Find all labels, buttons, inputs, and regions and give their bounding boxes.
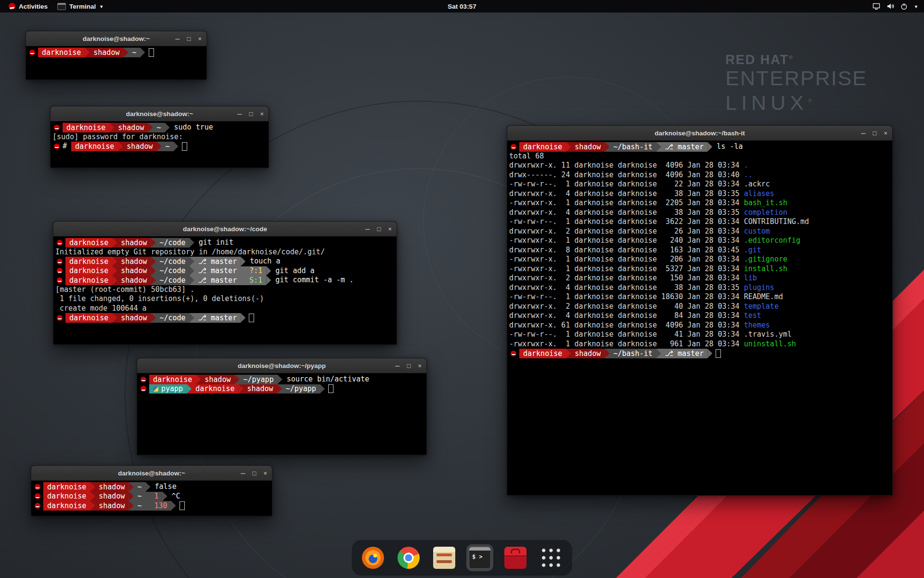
minimize-button[interactable]: ─ [395, 362, 399, 369]
close-button[interactable]: × [198, 35, 202, 42]
dock-terminal[interactable] [466, 544, 493, 571]
terminal-content[interactable]: darknoiseshadow~ [26, 46, 206, 59]
terminal-icon [469, 547, 491, 569]
powerline-arrow-icon [190, 313, 194, 323]
close-button[interactable]: × [263, 470, 267, 477]
terminal-line: -rwxrwxr-x. 1 darknoise darknoise 206 Ja… [509, 255, 890, 264]
terminal-content[interactable]: darknoiseshadow~/bash-it⎇ master ls -lat… [507, 141, 892, 360]
window-titlebar[interactable]: darknoise@shadow:~─□× [31, 466, 272, 481]
terminal-line: create mode 100644 a [55, 304, 395, 314]
system-tray[interactable]: ▾ [873, 3, 920, 10]
maximize-button[interactable]: □ [377, 225, 381, 233]
dock-firefox[interactable] [359, 544, 386, 571]
power-icon [900, 3, 908, 10]
terminal-line: darknoiseshadow~/bash-it⎇ master ls -la [509, 142, 890, 152]
terminal-text: lib [744, 274, 757, 283]
dock-chrome[interactable] [395, 544, 422, 571]
maximize-button[interactable]: □ [249, 110, 253, 118]
terminal-line: -rw-rw-r--. 1 darknoise darknoise 41 Jan… [509, 330, 890, 340]
powerline-arrow-icon [146, 482, 151, 492]
terminal-line: darknoiseshadow~130 [33, 501, 270, 511]
window-titlebar[interactable]: darknoise@shadow:~/pyapp─□× [137, 358, 426, 373]
prompt-segment-user: darknoise [519, 142, 566, 152]
dock-files[interactable] [431, 544, 458, 571]
minimize-button[interactable]: ─ [241, 470, 245, 477]
terminal-text: .travis.yml [744, 330, 792, 340]
powerline-arrow-icon [190, 257, 194, 266]
terminal-window[interactable]: darknoise@shadow:~/code─□×darknoiseshado… [53, 221, 397, 345]
terminal-cursor [328, 384, 334, 393]
terminal-text: README.md [744, 292, 783, 302]
terminal-line: darknoiseshadow~ false [33, 482, 270, 492]
terminal-window[interactable]: darknoise@shadow:~/pyapp─□×darknoiseshad… [137, 358, 427, 455]
terminal-content[interactable]: darknoiseshadow~ sudo true[sudo] passwor… [51, 121, 269, 153]
redhat-prompt-icon [57, 240, 63, 246]
window-controls: ─□× [175, 31, 202, 46]
terminal-text: test [744, 311, 761, 321]
window-controls: ─□× [861, 126, 887, 140]
prompt-segment-gits: S:1 [245, 276, 266, 285]
python-icon [153, 386, 158, 392]
terminal-text: source bin/activate [282, 375, 370, 384]
terminal-text: -rwxrwxr-x. 1 darknoise darknoise 2205 J… [509, 198, 744, 208]
terminal-text: .ackrc [744, 180, 770, 189]
window-titlebar[interactable]: darknoise@shadow:~/code─□× [53, 222, 397, 236]
prompt-segment-path: ~ [133, 482, 145, 492]
app-menu-terminal[interactable]: Terminal ▾ [52, 0, 107, 13]
minimize-button[interactable]: ─ [175, 35, 180, 42]
prompt-segment-host: shadow [571, 142, 604, 152]
close-button[interactable]: × [884, 130, 887, 137]
prompt-segment-exit: 130 [151, 501, 171, 511]
terminal-text: Initialized empty Git repository in /hom… [55, 248, 325, 257]
chevron-down-icon: ▾ [100, 4, 103, 9]
terminal-content[interactable]: darknoiseshadow~ falsedarknoiseshadow~1 … [31, 481, 272, 512]
terminal-line: [sudo] password for darknoise: [52, 132, 267, 142]
terminal-window[interactable]: darknoise@shadow:~/bash-it─□×darknoisesh… [507, 125, 893, 496]
terminal-line: drwxrwxr-x. 4 darknoise darknoise 38 Jan… [509, 283, 890, 293]
terminal-content[interactable]: darknoiseshadow~/code git initInitialize… [53, 236, 397, 324]
dock-toolbox[interactable] [502, 544, 529, 571]
powerline-arrow-icon [112, 257, 117, 266]
prompt-segment-path: ~ [128, 48, 140, 57]
terminal-cursor [716, 349, 721, 358]
dock-appgrid[interactable] [538, 544, 565, 571]
terminal-line: -rwxrwxr-x. 1 darknoise darknoise 961 Ja… [509, 340, 890, 349]
powerline-arrow-icon [151, 313, 155, 323]
window-titlebar[interactable]: darknoise@shadow:~/bash-it─□× [507, 126, 892, 141]
terminal-window[interactable]: darknoise@shadow:~─□×darknoiseshadow~ fa… [31, 465, 272, 516]
terminal-line: darknoiseshadow~/code⎇ master?:1 git add… [55, 266, 395, 276]
screen-icon [873, 3, 880, 10]
minimize-button[interactable]: ─ [365, 225, 370, 233]
terminal-text: install.sh [744, 264, 787, 274]
prompt-segment-user: darknoise [65, 313, 112, 323]
powerline-arrow-icon [277, 384, 282, 394]
terminal-text: -rwxrwxr-x. 1 darknoise darknoise 240 Ja… [509, 236, 744, 246]
powerline-arrow-icon [90, 482, 95, 492]
powerline-arrow-icon [241, 266, 245, 276]
window-titlebar[interactable]: darknoise@shadow:~─□× [51, 106, 269, 121]
terminal-line: [master (root-commit) 50bcb63] . [55, 285, 395, 295]
terminal-text: -rw-rw-r--. 1 darknoise darknoise 41 Jan… [509, 330, 744, 340]
close-button[interactable]: × [388, 225, 392, 233]
close-button[interactable]: × [260, 110, 264, 118]
minimize-button[interactable]: ─ [237, 110, 242, 118]
clock[interactable]: Sat 03:57 [448, 0, 476, 13]
maximize-button[interactable]: □ [253, 470, 257, 477]
maximize-button[interactable]: □ [407, 362, 411, 369]
terminal-window[interactable]: darknoise@shadow:~─□×darknoiseshadow~ su… [50, 106, 269, 168]
maximize-button[interactable]: □ [187, 35, 191, 42]
redhat-prompt-icon [29, 50, 35, 55]
activities-button[interactable]: Activities [4, 0, 52, 13]
redhat-prompt-icon [54, 125, 60, 131]
window-titlebar[interactable]: darknoise@shadow:~─□× [26, 31, 206, 46]
terminal-cursor [182, 142, 187, 151]
terminal-window[interactable]: darknoise@shadow:~─□×darknoiseshadow~ [26, 31, 207, 80]
minimize-button[interactable]: ─ [861, 130, 865, 137]
powerline-arrow-icon [128, 492, 133, 501]
close-button[interactable]: × [418, 362, 422, 369]
maximize-button[interactable]: □ [873, 130, 877, 137]
terminal-content[interactable]: darknoiseshadow~/pyapp source bin/activa… [137, 373, 426, 395]
powerline-arrow-icon [266, 276, 271, 285]
terminal-line: darknoiseshadow~/bash-it⎇ master [509, 349, 890, 358]
terminal-line: drwxrwxr-x. 8 darknoise darknoise 163 Ja… [509, 246, 890, 255]
